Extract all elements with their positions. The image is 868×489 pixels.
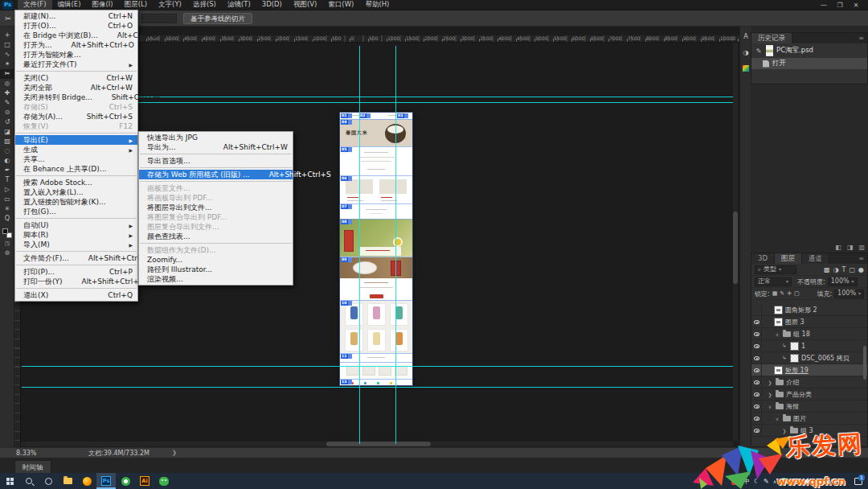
disclosure-open-icon[interactable]: ∨ (767, 404, 773, 409)
adjustments-panel-icon[interactable]: ◑ (740, 47, 751, 59)
dodge-tool[interactable]: ◐ (0, 156, 14, 166)
taskbar-explorer-icon[interactable] (58, 473, 77, 489)
layer-row[interactable]: 图层 3 (751, 316, 867, 328)
file-menu-item-26[interactable]: 打印一份(Y)Alt+Shift+Ctrl+P (15, 277, 137, 286)
file-menu-item-23[interactable]: 导入(M)▶ (15, 240, 137, 249)
layer-row[interactable]: ↳DSC_0065 拷贝 (751, 352, 867, 364)
lock-icons[interactable]: ▦✎✛▢ (772, 290, 800, 297)
file-menu-item-7[interactable]: 关闭(C)Ctrl+W (15, 73, 137, 83)
slice-badge-09[interactable]: 09 (341, 257, 352, 262)
menubar-item-9[interactable]: 视图(V) (288, 0, 322, 10)
document-canvas[interactable]: 泰国大米 (340, 113, 412, 385)
filter-icons[interactable]: ▩◑T▢● (824, 266, 864, 273)
filter-icon[interactable]: ● (858, 266, 864, 273)
export-submenu-item-12[interactable]: Zoomify... (139, 255, 293, 265)
file-menu-item-3[interactable]: 在 Bridge 中浏览(B)...Alt+Ctrl+O (15, 31, 137, 40)
night-mode-icon[interactable]: ☾ (754, 478, 760, 485)
export-submenu-item-13[interactable]: 路径到 Illustrator... (139, 265, 293, 274)
export-submenu-item-14[interactable]: 渲染视频... (139, 274, 293, 284)
volume-icon[interactable] (804, 478, 809, 484)
sogou-icon[interactable]: S (731, 477, 739, 485)
lasso-tool[interactable]: ∿ (0, 50, 14, 60)
crop-slice-tool[interactable]: ✂ (0, 69, 14, 79)
tab-3d[interactable]: 3D (751, 253, 775, 264)
slice-badge-10[interactable]: 10 (341, 301, 352, 306)
eyedropper-tool[interactable]: ◎ (0, 79, 14, 88)
guide-horizontal[interactable] (22, 366, 733, 367)
visibility-toggle[interactable] (751, 328, 762, 340)
slice-badge-08[interactable]: 08 (341, 220, 352, 224)
file-menu-item-21[interactable]: 自动(U)▶ (15, 220, 137, 230)
slice-badge-02[interactable]: 02 (359, 113, 371, 118)
filter-icon[interactable]: ▢ (849, 266, 855, 273)
maximize-icon[interactable]: ❐ (834, 2, 845, 9)
menubar-item-10[interactable]: 窗口(W) (322, 0, 359, 10)
blur-tool[interactable]: ◌ (0, 146, 14, 156)
magic-wand-tool[interactable]: ✶ (0, 60, 14, 69)
file-menu-item-14[interactable]: 生成▶ (15, 145, 137, 154)
layer-row[interactable]: ↳1 (751, 340, 867, 352)
close-icon[interactable]: ✕ (850, 2, 862, 9)
file-menu-item-25[interactable]: 打印(P)...Ctrl+P (15, 267, 137, 277)
menubar-item-5[interactable]: 文字(Y) (153, 0, 187, 10)
tab-timeline[interactable]: 时间轴 (14, 460, 51, 473)
slice-badge-05[interactable]: 05 (341, 147, 352, 152)
layer-row[interactable]: ∨海报 (751, 401, 867, 413)
file-menu-item-5[interactable]: 打开为智能对象... (15, 50, 137, 60)
toolbar-extra-icon-1[interactable]: ◳ (0, 240, 14, 249)
panel-menu-icon[interactable]: ≡ (858, 33, 867, 43)
menubar-item-6[interactable]: 选择(S) (187, 0, 222, 10)
slice-badge-13[interactable]: 13 (341, 380, 352, 384)
horizontal-scrollbar[interactable] (21, 442, 733, 446)
guide-vertical[interactable] (395, 46, 396, 444)
file-menu-item-13[interactable]: 导出(E)▶ (15, 135, 137, 145)
filter-type-dropdown[interactable]: ⌕ 类型 ▾ (755, 265, 796, 274)
visibility-toggle[interactable] (751, 425, 762, 437)
disclosure-closed-icon[interactable]: ❯ (767, 380, 773, 385)
file-menu-item-4[interactable]: 打开为...Alt+Shift+Ctrl+O (15, 40, 137, 50)
visibility-toggle[interactable] (751, 364, 762, 376)
clone-stamp-tool[interactable]: ⊙ (0, 108, 14, 117)
notification-center-icon[interactable]: 1 (852, 473, 865, 489)
slice-badge-04[interactable]: 04 (341, 120, 352, 125)
dock-icon[interactable]: ◧ (835, 244, 841, 251)
marquee-tool[interactable]: □ (0, 40, 14, 50)
dock-icon[interactable]: ◨ (847, 244, 854, 251)
slice-tool-icon[interactable]: ✂ (2, 13, 14, 24)
slices-from-guides-button[interactable]: 基于参考线的切片 (183, 13, 252, 24)
export-submenu-item-3[interactable]: 导出首选项... (139, 156, 293, 166)
file-menu-item-17[interactable]: 搜索 Adobe Stock... (15, 178, 137, 187)
move-tool[interactable]: + (0, 31, 14, 40)
taskbar-start-icon[interactable] (0, 473, 19, 489)
file-menu-item-22[interactable]: 脚本(R)▶ (15, 230, 137, 240)
guide-vertical[interactable] (359, 46, 360, 444)
slice-badge-11[interactable]: 11 (341, 354, 352, 359)
foreground-color-swatch[interactable] (2, 228, 8, 234)
blend-mode-dropdown[interactable]: 正常▾ (755, 277, 792, 286)
file-menu-item-11[interactable]: 存储为(A)...Shift+Ctrl+S (15, 112, 137, 121)
file-menu-item-1[interactable]: 新建(N)...Ctrl+N (15, 11, 137, 21)
visibility-toggle[interactable] (751, 340, 762, 352)
menubar-item-7[interactable]: 滤镜(T) (222, 0, 256, 10)
slice-badge-03[interactable]: 03 (397, 113, 408, 118)
eraser-tool[interactable]: ◪ (0, 127, 14, 137)
file-menu-item-15[interactable]: 共享... (15, 154, 137, 164)
export-submenu-item-2[interactable]: 导出为...Alt+Shift+Ctrl+W (139, 142, 293, 152)
layer-row[interactable]: 矩形 19 (751, 364, 867, 376)
taskbar-cortana-icon[interactable] (39, 473, 58, 489)
file-menu-item-2[interactable]: 打开(O)...Ctrl+O (15, 21, 137, 31)
history-brush-tool[interactable]: ↺ (0, 117, 14, 127)
file-menu-item-16[interactable]: 在 Behance 上共享(D)... (15, 164, 137, 174)
visibility-toggle[interactable] (751, 388, 762, 401)
visibility-toggle[interactable] (751, 401, 762, 413)
export-submenu-item-4[interactable]: 存储为 Web 所用格式 (旧版) ...Alt+Shift+Ctrl+S (139, 170, 293, 179)
file-menu-item-27[interactable]: 退出(X)Ctrl+Q (15, 290, 137, 300)
character-panel-icon[interactable]: A (740, 31, 751, 43)
taskbar-browser-green-icon[interactable] (116, 473, 135, 489)
dock-icon[interactable]: ▥ (858, 244, 865, 251)
layer-row[interactable]: ❯介绍 (751, 376, 867, 388)
disclosure-open-icon[interactable]: ∨ (774, 331, 780, 337)
export-submenu-item-7[interactable]: 将图层导出到文件... (139, 203, 293, 212)
hand-tool[interactable]: ✳ (0, 204, 14, 214)
visibility-toggle[interactable] (751, 376, 762, 388)
